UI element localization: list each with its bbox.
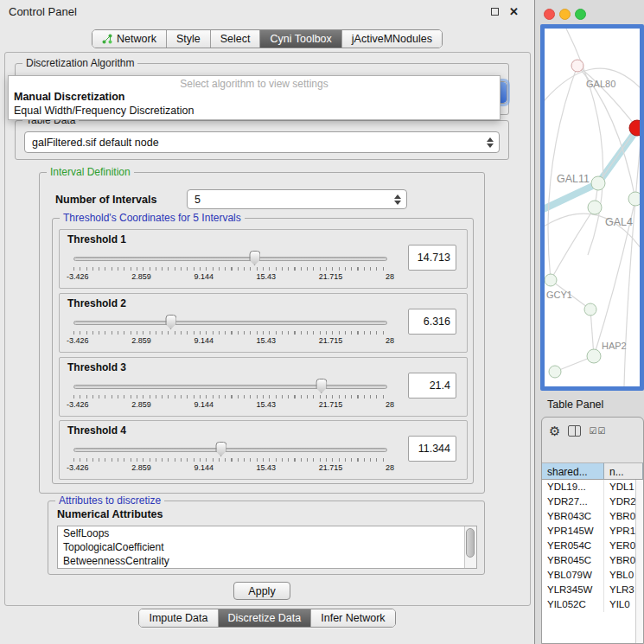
tick-label: 21.715 [319,463,343,472]
slider-tick-labels: -3.4262.8599.14415.4321.71528 [67,463,394,472]
threshold-2-panel: Threshold 2 -3.4262.8599.14415.4321.7152… [59,293,468,353]
tab-jactivemnodules[interactable]: jActiveMNodules [341,30,442,48]
slider-track[interactable] [73,385,387,389]
mac-zoom-button[interactable] [575,9,586,20]
slider-ruler [73,267,387,271]
node[interactable] [545,274,557,286]
bottom-tabbar: Impute Data Discretize Data Infer Networ… [0,609,534,628]
slider-handle[interactable] [215,442,226,456]
column-header-shared-name[interactable]: shared... [542,462,604,480]
node-label: GAL80 [586,79,615,89]
node[interactable] [628,192,640,206]
dropdown-option-manual-discretization[interactable]: Manual Discretization [9,90,500,104]
tab-cyni-toolbox[interactable]: Cyni Toolbox [259,30,341,48]
control-panel-window: Control Panel ✕ Network Style Sel [0,0,535,644]
column-layout-icon[interactable] [568,425,581,437]
apply-button[interactable]: Apply [233,582,290,600]
threshold-3-value-field[interactable]: 21.4 [408,373,456,399]
checkbox-icon: ☑ [597,426,606,436]
tick-label: 15.43 [257,336,277,345]
table-row[interactable]: YBR043C YBR0 [542,509,643,524]
list-item[interactable]: TopologicalCoefficient [58,540,476,554]
table-scrollbar[interactable] [635,480,643,643]
slider-track[interactable] [73,257,387,261]
tab-label: jActiveMNodules [352,33,432,45]
table-row[interactable]: YBL079W YBL0 [542,568,643,583]
thick-edge[interactable] [545,124,640,212]
column-header-name[interactable]: n... [604,462,643,480]
threshold-4-slider[interactable] [73,447,387,454]
scrollbar-thumb[interactable] [466,528,475,558]
table-row[interactable]: YBR045C YBR0 [542,553,643,568]
tab-network[interactable]: Network [92,30,166,48]
table-row[interactable]: YIL052C YIL0 [542,597,643,612]
close-icon[interactable]: ✕ [509,5,519,18]
node[interactable] [549,366,561,378]
tab-style[interactable]: Style [166,30,210,48]
node-label: GAL4 [605,216,633,228]
table-row[interactable]: YDL19... YDL1 [542,480,643,494]
slider-handle[interactable] [316,379,327,393]
slider-handle[interactable] [165,315,176,329]
tick-label: 28 [386,463,394,472]
tick-label: 15.43 [257,463,277,472]
mac-close-button[interactable] [544,9,555,20]
network-canvas[interactable]: GAL80 GAL11 GAL4 GCY1 HAP2 [545,29,640,386]
gear-icon[interactable]: ⚙ [549,424,560,437]
tab-infer-network[interactable]: Infer Network [310,609,394,627]
mac-minimize-button[interactable] [559,9,571,20]
cell-shared-name[interactable]: YBL079W [542,568,604,583]
num-intervals-combobox[interactable]: 5 [187,189,407,209]
dropdown-option-equal-width-frequency[interactable]: Equal Width/Frequency Discretization [9,104,500,118]
dropdown-placeholder: Select algorithm to view settings [9,76,500,90]
threshold-1-value-field[interactable]: 14.713 [408,245,456,271]
slider-track[interactable] [73,448,387,452]
node[interactable] [571,60,583,72]
cell-shared-name[interactable]: YDL19... [542,480,604,494]
threshold-2-value-field[interactable]: 6.316 [408,309,456,335]
table-row[interactable]: YLR345W YLR3 [542,583,643,597]
slider-track[interactable] [73,321,387,325]
cell-shared-name[interactable]: YIL052C [542,597,604,612]
threshold-4-value-field[interactable]: 11.344 [408,436,456,462]
cell-shared-name[interactable]: YPR145W [542,524,604,539]
slider-handle[interactable] [249,251,260,265]
tab-label: Infer Network [321,612,385,624]
tick-label: 21.715 [319,272,343,281]
node[interactable] [591,176,605,190]
threshold-3-slider[interactable] [73,384,387,391]
thresholds-group-label: Threshold's Coordinates for 5 Intervals [60,212,245,224]
threshold-2-slider[interactable] [73,320,387,327]
table-row[interactable]: YPR145W YPR1 [542,524,643,539]
node[interactable] [588,201,602,214]
list-item[interactable]: SelfLoops [58,526,476,540]
numerical-attributes-listbox[interactable]: SelfLoopsTopologicalCoefficientBetweenne… [57,526,477,569]
interval-definition-group: Interval Definition Number of Intervals … [39,172,485,494]
cell-shared-name[interactable]: YLR345W [542,583,604,597]
cell-shared-name[interactable]: YBR045C [542,553,604,568]
tab-select[interactable]: Select [210,30,260,48]
list-scrollbar[interactable] [464,526,476,568]
node-label: GAL11 [557,173,590,185]
tab-discretize-data[interactable]: Discretize Data [218,609,311,627]
threshold-1-slider[interactable] [73,256,387,263]
cell-shared-name[interactable]: YBR043C [542,509,604,524]
table-row[interactable]: YDR27... YDR2 [542,494,643,509]
tick-label: 28 [386,400,394,409]
tab-impute-data[interactable]: Impute Data [139,609,217,627]
select-columns-icon[interactable]: ☑☑ [589,426,606,436]
network-view-window: GAL80 GAL11 GAL4 GCY1 HAP2 [540,24,644,391]
float-window-icon[interactable] [491,8,499,16]
table-row[interactable]: YER054C YER0 [542,539,643,553]
tick-label: -3.426 [67,336,89,345]
combobox-stepper-icon[interactable] [483,137,497,148]
table-body[interactable]: YDL19... YDL1 YDR27... YDR2 YBR043C YBR0… [542,480,643,643]
slider-tick-labels: -3.4262.8599.14415.4321.71528 [67,400,394,409]
node[interactable] [587,349,601,363]
combobox-stepper-icon[interactable] [391,194,405,205]
cell-shared-name[interactable]: YER054C [542,539,604,553]
cell-shared-name[interactable]: YDR27... [542,494,604,509]
list-item[interactable]: BetweennessCentrality [58,554,476,568]
table-data-combobox[interactable]: galFiltered.sif default node [24,131,500,153]
node[interactable] [584,303,596,316]
